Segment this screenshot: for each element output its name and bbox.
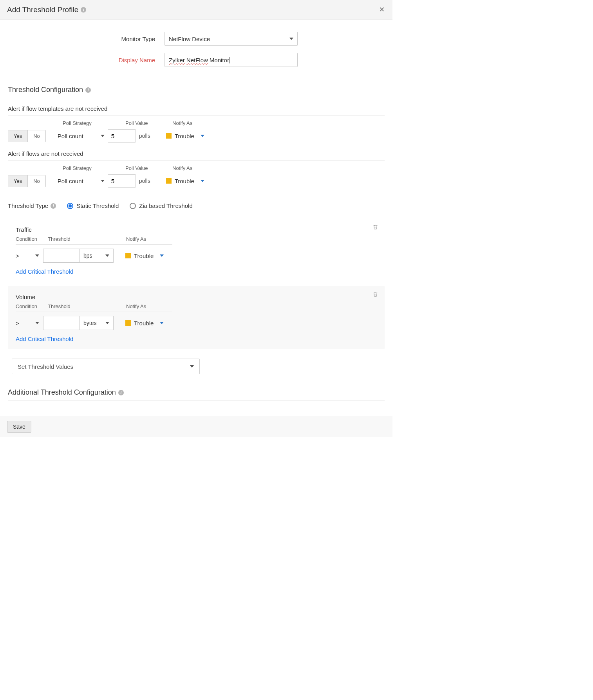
status-swatch-icon: [166, 178, 172, 184]
yes-no-toggle[interactable]: Yes No: [8, 175, 46, 187]
monitor-type-label: Monitor Type: [8, 36, 165, 42]
monitor-type-select[interactable]: NetFlow Device: [165, 32, 298, 46]
display-name-input[interactable]: Zylker NetFlow Monitor: [165, 53, 298, 67]
page-title: Add Threshold Profile i: [7, 5, 86, 14]
poll-value-input[interactable]: [108, 129, 136, 143]
threshold-unit-select[interactable]: bytes: [79, 316, 114, 330]
chevron-down-icon: [35, 322, 39, 324]
info-icon[interactable]: i: [81, 7, 86, 13]
metric-title: Volume: [16, 294, 377, 300]
radio-static-threshold[interactable]: Static Threshold: [67, 202, 119, 209]
chevron-down-icon: [35, 254, 39, 257]
chevron-down-icon: [201, 180, 204, 182]
toggle-yes[interactable]: Yes: [8, 130, 27, 142]
status-swatch-icon: [125, 320, 131, 326]
poll-value-input[interactable]: [108, 174, 136, 188]
info-icon[interactable]: i: [51, 203, 56, 209]
col-poll-strategy: Poll Strategy: [63, 120, 125, 126]
chevron-down-icon: [101, 180, 105, 182]
toggle-no[interactable]: No: [27, 130, 45, 142]
threshold-value-input[interactable]: [43, 249, 79, 263]
metric-block-volume: Volume Condition Threshold Notify As > b…: [8, 286, 385, 349]
poll-unit-label: polls: [139, 133, 150, 139]
close-icon[interactable]: [378, 6, 385, 14]
chevron-down-icon: [160, 254, 164, 257]
chevron-down-icon: [190, 365, 194, 368]
threshold-config-heading: Threshold Configuration i: [8, 86, 385, 94]
notify-as-select[interactable]: Trouble: [166, 178, 204, 184]
chevron-down-icon: [160, 322, 164, 324]
alert-flows-heading: Alert if flows are not received: [8, 150, 385, 157]
save-button[interactable]: Save: [7, 421, 31, 433]
chevron-down-icon: [289, 38, 293, 40]
threshold-type-label: Threshold Type i: [8, 202, 56, 209]
notify-as-select[interactable]: Trouble: [166, 133, 204, 139]
metric-title: Traffic: [16, 226, 377, 233]
poll-strategy-select[interactable]: Poll count: [58, 178, 105, 184]
radio-zia-threshold[interactable]: Zia based Threshold: [130, 202, 192, 209]
col-notify-as: Notify As: [172, 120, 219, 126]
add-critical-threshold-link[interactable]: Add Critical Threshold: [16, 336, 73, 342]
chevron-down-icon: [201, 135, 204, 137]
alert-templates-heading: Alert if flow templates are not received: [8, 105, 385, 112]
yes-no-toggle[interactable]: Yes No: [8, 130, 46, 142]
poll-strategy-select[interactable]: Poll count: [58, 133, 105, 139]
info-icon[interactable]: i: [85, 87, 91, 93]
toggle-no[interactable]: No: [27, 175, 45, 187]
threshold-unit-select[interactable]: bps: [79, 249, 114, 263]
condition-select[interactable]: >: [16, 253, 43, 259]
condition-select[interactable]: >: [16, 320, 43, 327]
display-name-label: Display Name: [8, 57, 165, 63]
info-icon[interactable]: i: [118, 390, 124, 395]
toggle-yes[interactable]: Yes: [8, 175, 27, 187]
col-poll-value: Poll Value: [125, 120, 172, 126]
notify-as-select[interactable]: Trouble: [125, 253, 164, 259]
set-threshold-values-select[interactable]: Set Threshold Values: [12, 359, 200, 374]
delete-icon[interactable]: [372, 291, 378, 298]
notify-as-select[interactable]: Trouble: [125, 320, 164, 327]
chevron-down-icon: [105, 254, 109, 257]
chevron-down-icon: [105, 322, 109, 324]
status-swatch-icon: [166, 133, 172, 139]
threshold-value-input[interactable]: [43, 316, 79, 330]
additional-config-heading: Additional Threshold Configuration i: [8, 388, 385, 397]
add-critical-threshold-link[interactable]: Add Critical Threshold: [16, 268, 73, 275]
metric-block-traffic: Traffic Condition Threshold Notify As > …: [8, 218, 385, 282]
delete-icon[interactable]: [372, 224, 378, 231]
status-swatch-icon: [125, 253, 131, 258]
chevron-down-icon: [101, 135, 105, 137]
